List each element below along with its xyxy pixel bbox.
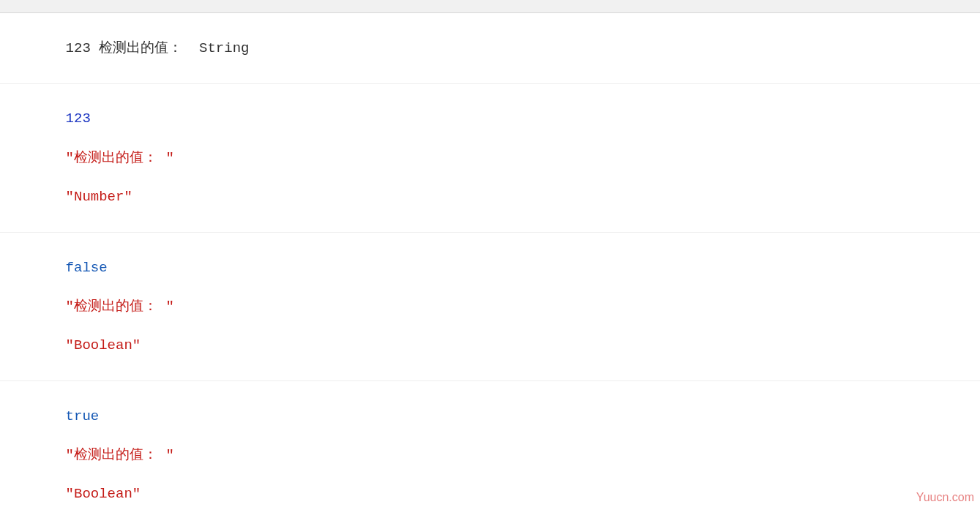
log-label: "检测出的值： " bbox=[66, 150, 174, 166]
watermark: Yuucn.com bbox=[916, 489, 974, 506]
console-output: 123 检测出的值： String 123 "检测出的值： " "Number"… bbox=[0, 13, 980, 529]
log-label: "检测出的值： " bbox=[66, 299, 174, 315]
log-row: 123 检测出的值： String bbox=[0, 13, 980, 84]
log-value-boolean: true bbox=[66, 408, 100, 424]
log-row: true "检测出的值： " "Boolean" bbox=[0, 381, 980, 529]
log-type: "Number" bbox=[66, 189, 132, 205]
log-type: "Boolean" bbox=[66, 486, 141, 502]
devtools-toolbar bbox=[0, 0, 980, 13]
log-row: false "检测出的值： " "Boolean" bbox=[0, 233, 980, 381]
log-value-boolean: false bbox=[66, 260, 108, 276]
log-label: "检测出的值： " bbox=[66, 447, 174, 463]
log-value-number: 123 bbox=[66, 110, 91, 127]
log-type: "Boolean" bbox=[66, 337, 141, 353]
log-value: 123 检测出的值： String bbox=[66, 40, 250, 56]
log-row: 123 "检测出的值： " "Number" bbox=[0, 84, 980, 233]
